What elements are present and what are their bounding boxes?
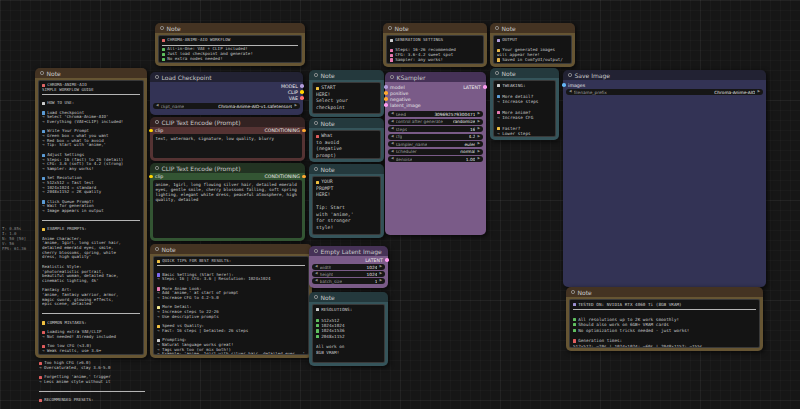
- decrement-arrow-icon[interactable]: ◀: [569, 90, 572, 93]
- positive-port[interactable]: [384, 91, 388, 95]
- collapse-dot[interactable]: [495, 26, 499, 30]
- vae-port[interactable]: [300, 96, 304, 100]
- note-header[interactable]: Note: [566, 287, 763, 297]
- increment-arrow-icon[interactable]: ▶: [379, 279, 382, 282]
- comfyui-canvas[interactable]: T: 0.85sI: 1.0N: 50 [50]V: 56FPS: 61.36 …: [0, 0, 800, 409]
- collapse-dot[interactable]: [495, 71, 499, 75]
- note-node-generation-settings[interactable]: Note GENERATION SETTINGS Steps: 16-26 re…: [383, 23, 487, 67]
- note-textarea[interactable]: Whatto avoid(negativeprompt): [312, 130, 381, 159]
- increment-arrow-icon[interactable]: ▶: [477, 135, 480, 138]
- increment-arrow-icon[interactable]: ▶: [294, 104, 297, 107]
- decrement-arrow-icon[interactable]: ◀: [391, 112, 394, 115]
- decrement-arrow-icon[interactable]: ◀: [391, 142, 394, 145]
- note-header[interactable]: Note: [155, 23, 305, 33]
- note-header[interactable]: Note: [35, 68, 147, 78]
- note-textarea[interactable]: RESOLUTIONS: 512x5121024x10241024x153620…: [312, 304, 385, 363]
- note-header[interactable]: Note: [309, 292, 388, 302]
- clip-text-encode-positive-node[interactable]: CLIP Text Encode (Prompt) clip CONDITION…: [150, 163, 305, 241]
- note-header[interactable]: Note: [490, 68, 559, 78]
- negative-port[interactable]: [384, 97, 388, 101]
- widget-scheduler[interactable]: ◀schedulernormal▶: [388, 149, 483, 155]
- note-node-guide[interactable]: Note CHROMA-ANIME-AIOSIMPLE WORKFLOW GUI…: [35, 68, 147, 358]
- clip-port[interactable]: [300, 90, 304, 94]
- decrement-arrow-icon[interactable]: ◀: [156, 104, 159, 107]
- collapse-dot[interactable]: [314, 73, 318, 77]
- collapse-dot[interactable]: [314, 295, 318, 299]
- note-node-tweaking[interactable]: Note TWEAKING: More detail?→ Increase st…: [490, 68, 559, 140]
- note-node-what-to-avoid[interactable]: Note Whatto avoid(negativeprompt): [309, 118, 384, 162]
- load-checkpoint-node[interactable]: Load Checkpoint MODELCLIPVAE ◀ckpt_nameC…: [150, 72, 303, 115]
- increment-arrow-icon[interactable]: ▶: [477, 112, 480, 115]
- note-node-resolutions[interactable]: Note RESOLUTIONS: 512x5121024x10241024x1…: [309, 292, 388, 366]
- empty-latent-image-node[interactable]: Empty Latent Image LATENT ◀width1024▶◀he…: [309, 246, 388, 288]
- clip-input-port[interactable]: [149, 129, 153, 133]
- note-node-workflow[interactable]: Note CHROMA-ANIME-AIO WORKFLOWAll-in-One…: [155, 23, 305, 66]
- widget-batch-size[interactable]: ◀batch_size1▶: [312, 278, 385, 284]
- increment-arrow-icon[interactable]: ▶: [477, 142, 480, 145]
- note-textarea[interactable]: QUICK TIPS FOR BEST RESULTS: Basic Setti…: [153, 256, 309, 355]
- collapse-dot[interactable]: [40, 71, 44, 75]
- clip-text-encode-negative-node[interactable]: CLIP Text Encode (Prompt) clip CONDITION…: [150, 117, 305, 161]
- note-textarea[interactable]: GENERATION SETTINGS Steps: 16-26 recomme…: [386, 35, 484, 64]
- decrement-arrow-icon[interactable]: ◀: [391, 120, 394, 123]
- collapse-dot[interactable]: [160, 26, 164, 30]
- decrement-arrow-icon[interactable]: ◀: [315, 279, 318, 282]
- collapse-dot[interactable]: [571, 290, 575, 294]
- node-header[interactable]: Save Image: [563, 70, 766, 80]
- widget-width[interactable]: ◀width1024▶: [312, 264, 385, 270]
- note-node-tested-on[interactable]: Note TESTED ON: NVIDIA RTX 4060 Ti (8GB …: [566, 287, 763, 351]
- increment-arrow-icon[interactable]: ▶: [379, 272, 382, 275]
- widget-sampler-name[interactable]: ◀sampler_nameeuler▶: [388, 141, 483, 147]
- note-header[interactable]: Note: [150, 244, 312, 254]
- note-header[interactable]: Note: [383, 23, 487, 33]
- note-node-start-here[interactable]: Note STARTHERE!Select yourcheckpoint: [309, 70, 384, 117]
- note-header[interactable]: Note: [309, 118, 384, 128]
- note-textarea[interactable]: YOURPROMPTHERE! Tip: Startwith 'anime,'f…: [312, 176, 381, 235]
- widget-seed[interactable]: ◀seed309692579300471▶: [388, 111, 483, 117]
- increment-arrow-icon[interactable]: ▶: [477, 120, 480, 123]
- collapse-dot[interactable]: [155, 75, 159, 79]
- decrement-arrow-icon[interactable]: ◀: [391, 135, 394, 138]
- increment-arrow-icon[interactable]: ▶: [477, 127, 480, 130]
- collapse-dot[interactable]: [314, 167, 318, 171]
- model-input-port[interactable]: [384, 85, 388, 89]
- widget-ckpt-name[interactable]: ◀ckpt_nameChroma-Anime-AIO-v1.safetensor…: [153, 103, 300, 109]
- note-node-quick-tips[interactable]: Note QUICK TIPS FOR BEST RESULTS: Basic …: [150, 244, 312, 358]
- note-textarea[interactable]: TESTED ON: NVIDIA RTX 4060 Ti (8GB VRAM)…: [569, 299, 760, 348]
- collapse-dot[interactable]: [314, 249, 318, 253]
- widget-cfg[interactable]: ◀cfg4.2▶: [388, 134, 483, 140]
- latent-output-port[interactable]: [483, 85, 487, 89]
- node-header[interactable]: CLIP Text Encode (Prompt): [150, 163, 305, 173]
- collapse-dot[interactable]: [155, 166, 159, 170]
- widget-steps[interactable]: ◀steps16▶: [388, 126, 483, 132]
- conditioning-output-port[interactable]: [302, 129, 306, 133]
- note-header[interactable]: Note: [309, 164, 384, 174]
- increment-arrow-icon[interactable]: ▶: [757, 90, 760, 93]
- clip-input-port[interactable]: [149, 175, 153, 179]
- collapse-dot[interactable]: [155, 247, 159, 251]
- note-node-output[interactable]: Note OUTPUT Your generated imageswill ap…: [490, 23, 575, 67]
- decrement-arrow-icon[interactable]: ◀: [315, 272, 318, 275]
- collapse-dot[interactable]: [155, 120, 159, 124]
- node-header[interactable]: CLIP Text Encode (Prompt): [150, 117, 305, 127]
- node-header[interactable]: Empty Latent Image: [309, 246, 388, 256]
- ksampler-node[interactable]: KSampler model LATENT positivenegativela…: [385, 72, 486, 235]
- prompt-textarea[interactable]: text, watermark, signature, low quality,…: [153, 134, 302, 158]
- note-header[interactable]: Note: [309, 70, 384, 80]
- collapse-dot[interactable]: [568, 73, 572, 77]
- decrement-arrow-icon[interactable]: ◀: [315, 265, 318, 268]
- node-header[interactable]: KSampler: [385, 72, 486, 82]
- note-node-your-prompt[interactable]: Note YOURPROMPTHERE! Tip: Startwith 'ani…: [309, 164, 384, 238]
- decrement-arrow-icon[interactable]: ◀: [391, 127, 394, 130]
- widget-control-after-generate[interactable]: ◀control after generaterandomize▶: [388, 119, 483, 125]
- decrement-arrow-icon[interactable]: ◀: [391, 150, 394, 153]
- latent-output-port[interactable]: [385, 258, 389, 262]
- note-textarea[interactable]: OUTPUT Your generated imageswill appear …: [493, 35, 572, 64]
- latent_image-port[interactable]: [384, 103, 388, 107]
- node-header[interactable]: Load Checkpoint: [150, 72, 303, 82]
- note-textarea[interactable]: CHROMA-ANIME-AIOSIMPLE WORKFLOW GUIDE HO…: [38, 80, 144, 355]
- decrement-arrow-icon[interactable]: ◀: [391, 157, 394, 160]
- collapse-dot[interactable]: [314, 121, 318, 125]
- widget-filename-prefix[interactable]: ◀filename_prefixChroma-Anime-AIO▶: [566, 89, 763, 95]
- increment-arrow-icon[interactable]: ▶: [379, 265, 382, 268]
